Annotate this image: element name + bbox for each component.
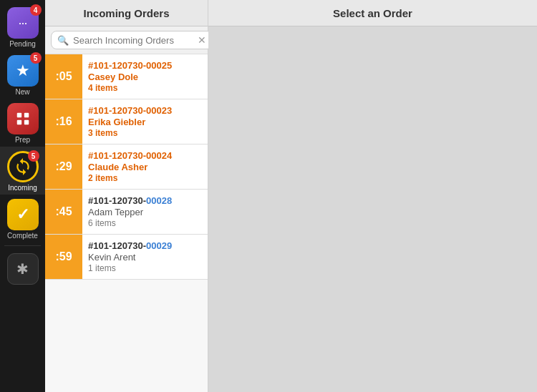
order-item[interactable]: :59 #101-120730-00029 Kevin Arent 1 item… xyxy=(45,235,208,280)
order-customer: Casey Dole xyxy=(88,72,202,82)
order-number: #101-120730-00025 xyxy=(88,60,202,71)
right-panel-header: Select an Order xyxy=(208,0,537,26)
order-items-count: 4 items xyxy=(88,83,202,93)
search-input-wrap[interactable]: 🔍 ✕ xyxy=(51,31,213,49)
complete-label: Complete xyxy=(7,232,38,240)
order-time-badge: :16 xyxy=(45,99,82,144)
sidebar: 4 ··· Pending 5 ★ New Prep 5 xyxy=(0,0,45,392)
svg-rect-2 xyxy=(16,120,21,124)
order-item[interactable]: :05 #101-120730-00025 Casey Dole 4 items xyxy=(45,54,208,99)
incoming-icon-wrap: 5 xyxy=(7,151,39,182)
order-customer: Claude Asher xyxy=(88,162,202,172)
order-number: #101-120730-00029 xyxy=(88,240,202,251)
sidebar-item-settings[interactable]: ✱ xyxy=(0,249,45,288)
order-items-count: 1 items xyxy=(88,263,202,273)
sidebar-item-pending[interactable]: 4 ··· Pending xyxy=(0,3,45,51)
settings-icon-wrap: ✱ xyxy=(7,253,39,285)
orders-list: :05 #101-120730-00025 Casey Dole 4 items… xyxy=(45,54,208,392)
new-label: New xyxy=(15,88,29,96)
order-time-badge: :45 xyxy=(45,190,82,234)
pending-label: Pending xyxy=(9,40,36,48)
order-customer: Adam Tepper xyxy=(88,207,202,217)
order-time-badge: :29 xyxy=(45,144,82,189)
order-item[interactable]: :29 #101-120730-00024 Claude Asher 2 ite… xyxy=(45,144,208,190)
dots-icon: ··· xyxy=(18,16,26,31)
order-info: #101-120730-00024 Claude Asher 2 items xyxy=(82,144,208,189)
sidebar-item-complete[interactable]: ✓ Complete xyxy=(0,195,45,242)
order-customer: Erika Giebler xyxy=(88,117,202,127)
right-panel-title: Select an Order xyxy=(333,7,412,19)
search-input[interactable] xyxy=(73,35,193,46)
order-time-badge: :59 xyxy=(45,235,82,279)
order-item[interactable]: :45 #101-120730-00028 Adam Tepper 6 item… xyxy=(45,190,208,235)
complete-icon-wrap: ✓ xyxy=(7,199,39,230)
incoming-label: Incoming xyxy=(8,184,37,192)
order-item[interactable]: :16 #101-120730-00023 Erika Giebler 3 it… xyxy=(45,99,208,144)
incoming-badge: 5 xyxy=(28,150,39,162)
order-number: #101-120730-00024 xyxy=(88,150,202,161)
order-items-count: 3 items xyxy=(88,128,202,138)
order-items-count: 6 items xyxy=(88,218,202,228)
svg-rect-0 xyxy=(16,113,21,117)
middle-panel-header: Incoming Orders xyxy=(45,0,208,26)
svg-rect-3 xyxy=(24,120,28,124)
sidebar-item-new[interactable]: 5 ★ New xyxy=(0,51,45,99)
order-number: #101-120730-00023 xyxy=(88,105,202,116)
order-info: #101-120730-00023 Erika Giebler 3 items xyxy=(82,99,208,144)
svg-rect-1 xyxy=(24,113,28,117)
sidebar-divider xyxy=(4,245,40,246)
pending-badge: 4 xyxy=(30,4,42,16)
cog-icon: ✱ xyxy=(16,260,29,278)
order-info: #101-120730-00025 Casey Dole 4 items xyxy=(82,54,208,99)
sidebar-item-incoming[interactable]: 5 Incoming xyxy=(0,147,45,195)
order-number: #101-120730-00028 xyxy=(88,195,202,206)
search-icon: 🔍 xyxy=(57,35,69,46)
order-info: #101-120730-00028 Adam Tepper 6 items xyxy=(82,190,208,234)
star-icon: ★ xyxy=(16,62,30,80)
order-info: #101-120730-00029 Kevin Arent 1 items xyxy=(82,235,208,279)
prep-icon-wrap xyxy=(7,103,39,134)
prep-label: Prep xyxy=(15,136,30,144)
right-panel: Select an Order xyxy=(208,0,537,392)
right-panel-content xyxy=(208,26,537,392)
incoming-orders-panel: Incoming Orders 🔍 ✕ :05 #101-120730-0002… xyxy=(45,0,208,392)
new-badge: 5 xyxy=(30,52,42,64)
order-items-count: 2 items xyxy=(88,173,202,183)
order-time-badge: :05 xyxy=(45,54,82,99)
order-customer: Kevin Arent xyxy=(88,252,202,263)
grid-icon xyxy=(15,111,31,127)
search-clear-icon[interactable]: ✕ xyxy=(198,34,206,46)
middle-panel-title: Incoming Orders xyxy=(83,7,169,19)
check-icon: ✓ xyxy=(16,205,29,224)
pending-icon-wrap: 4 ··· xyxy=(7,7,39,39)
new-icon-wrap: 5 ★ xyxy=(7,55,39,87)
sidebar-item-prep[interactable]: Prep xyxy=(0,99,45,147)
search-bar: 🔍 ✕ xyxy=(45,26,208,54)
